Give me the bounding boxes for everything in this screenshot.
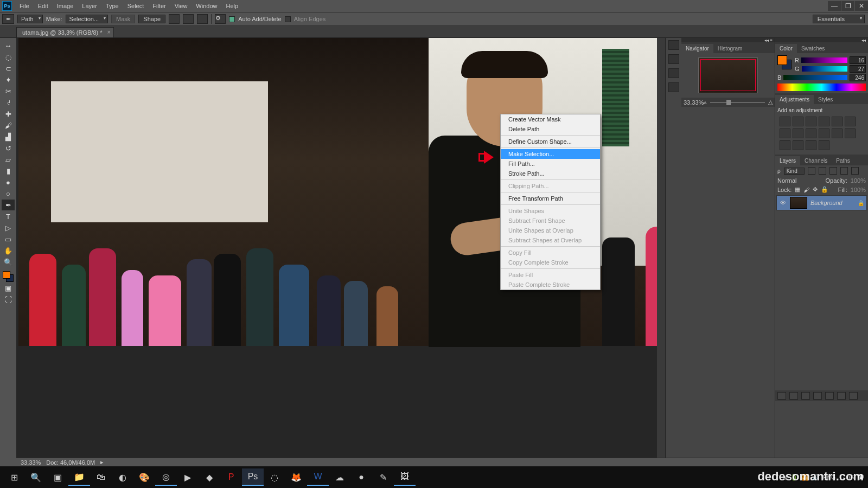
b-slider[interactable] <box>783 75 847 80</box>
photos-icon[interactable]: 🖼 <box>394 468 416 486</box>
adj-invert[interactable] <box>845 129 856 138</box>
app-icon[interactable]: ◌ <box>264 468 285 486</box>
photoshop-icon[interactable]: Ps <box>242 468 264 486</box>
menu-image[interactable]: Image <box>53 3 78 9</box>
tab-paths[interactable]: Paths <box>832 156 854 165</box>
lock-pixel-icon[interactable]: 🖌 <box>803 187 809 193</box>
mask-icon[interactable] <box>801 392 810 400</box>
tab-navigator[interactable]: Navigator <box>681 44 713 53</box>
chrome-icon[interactable]: ◎ <box>155 468 177 486</box>
adj-curves[interactable] <box>806 117 816 126</box>
g-input[interactable] <box>850 65 866 73</box>
gradient-tool[interactable]: ▮ <box>2 165 15 176</box>
eyedropper-tool[interactable]: 𐑒 <box>2 97 15 108</box>
app-icon[interactable]: ◐ <box>112 468 133 486</box>
explorer-icon[interactable]: 📁 <box>68 468 90 486</box>
menu-view[interactable]: View <box>170 3 192 9</box>
opacity-value[interactable]: 100% <box>851 177 866 184</box>
r-input[interactable] <box>850 56 866 64</box>
app-icon[interactable]: ✎ <box>372 468 394 486</box>
make-dropdown[interactable]: Selection... <box>66 15 108 23</box>
adj-brightness[interactable] <box>780 117 790 126</box>
filter-smart-icon[interactable] <box>851 167 859 175</box>
path-arrange-icon[interactable] <box>197 14 208 24</box>
g-slider[interactable] <box>802 66 847 72</box>
panel-icon[interactable] <box>668 82 679 92</box>
document-tab[interactable]: utama.jpg @ 33,3% (RGB/8) * × <box>16 27 114 37</box>
blend-mode-dropdown[interactable]: Normal <box>777 177 822 184</box>
tab-styles[interactable]: Styles <box>814 95 837 104</box>
zoom-out-icon[interactable]: ▵ <box>704 99 707 106</box>
menu-select[interactable]: Select <box>123 3 149 9</box>
word-icon[interactable]: W <box>307 468 329 486</box>
wand-tool[interactable]: ✦ <box>2 74 15 85</box>
pen-tool[interactable]: ✒ <box>2 200 15 210</box>
menu-type[interactable]: Type <box>101 3 123 9</box>
tab-adjustments[interactable]: Adjustments <box>775 95 814 104</box>
visibility-icon[interactable]: 👁 <box>779 200 787 206</box>
path-select-tool[interactable]: ▷ <box>2 222 15 233</box>
video-icon[interactable]: ▶ <box>177 468 199 486</box>
tab-histogram[interactable]: Histogram <box>713 44 747 53</box>
adj-photo[interactable] <box>806 129 816 138</box>
shape-tool[interactable]: ▭ <box>2 234 15 245</box>
mask-button[interactable]: Mask <box>111 15 135 23</box>
tab-swatches[interactable]: Swatches <box>797 44 829 53</box>
minimize-button[interactable]: — <box>828 1 841 11</box>
r-slider[interactable] <box>801 57 847 63</box>
group-icon[interactable] <box>825 392 834 400</box>
screenmode-toggle[interactable]: ⛶ <box>2 294 15 305</box>
status-arrow-icon[interactable]: ▸ <box>100 459 104 466</box>
lock-trans-icon[interactable]: ▦ <box>795 186 800 193</box>
link-layers-icon[interactable] <box>777 392 786 400</box>
dock-collapse[interactable]: ◂◂ <box>775 38 868 42</box>
menu-filter[interactable]: Filter <box>148 3 170 9</box>
tab-channels[interactable]: Channels <box>800 156 832 165</box>
adj-poster[interactable] <box>780 140 790 150</box>
navigator-zoom-slider[interactable] <box>710 102 765 103</box>
vertical-scrollbar[interactable] <box>657 38 665 458</box>
start-button[interactable]: ⊞ <box>3 468 25 486</box>
type-tool[interactable]: T <box>2 211 15 222</box>
firefox-icon[interactable]: 🦊 <box>285 468 307 486</box>
ctx-item[interactable]: Free Transform Path <box>501 194 600 203</box>
shape-button[interactable]: Shape <box>138 15 165 23</box>
zoom-tool[interactable]: 🔍 <box>2 256 15 267</box>
adj-hue[interactable] <box>845 117 856 126</box>
adj-exposure[interactable] <box>819 117 829 126</box>
stamp-tool[interactable]: ▟ <box>2 131 15 142</box>
restore-button[interactable]: ❐ <box>841 1 854 11</box>
navigator-thumbnail[interactable] <box>698 57 758 93</box>
adj-levels[interactable] <box>793 117 803 126</box>
menu-layer[interactable]: Layer <box>78 3 101 9</box>
adj-gradmap[interactable] <box>806 140 816 150</box>
dodge-tool[interactable]: ○ <box>2 188 15 199</box>
ctx-item[interactable]: Stroke Path... <box>501 169 600 178</box>
workspace-switcher[interactable]: Essentials <box>813 15 865 23</box>
app-icon[interactable]: ● <box>350 468 372 486</box>
adj-mixer[interactable] <box>819 129 829 138</box>
ctx-item[interactable]: Fill Path... <box>501 159 600 169</box>
app-icon[interactable]: P <box>220 468 242 486</box>
lasso-tool[interactable]: ⊂ <box>2 63 15 74</box>
b-input[interactable] <box>850 74 866 81</box>
adj-selcolor[interactable] <box>819 140 829 150</box>
store-icon[interactable]: 🛍 <box>90 468 112 486</box>
menu-file[interactable]: File <box>15 3 34 9</box>
pen-tool-icon[interactable]: ✒ <box>2 14 14 24</box>
color-swatch[interactable] <box>3 271 14 282</box>
new-fill-icon[interactable] <box>813 392 822 400</box>
marquee-tool[interactable]: ◌ <box>2 52 15 62</box>
tab-color[interactable]: Color <box>775 44 797 53</box>
layer-row-background[interactable]: 👁 Background 🔒 <box>776 195 867 210</box>
move-tool[interactable]: ↔ <box>2 40 15 51</box>
menu-edit[interactable]: Edit <box>34 3 53 9</box>
close-button[interactable]: ✕ <box>855 1 868 11</box>
ctx-item[interactable]: Define Custom Shape... <box>501 137 600 146</box>
menu-help[interactable]: Help <box>221 3 242 9</box>
search-icon[interactable]: 🔍 <box>25 468 47 486</box>
close-tab-icon[interactable]: × <box>107 29 111 35</box>
fill-value[interactable]: 100% <box>851 187 866 193</box>
app-icon[interactable]: ☁ <box>329 468 350 486</box>
paint-icon[interactable]: 🎨 <box>133 468 155 486</box>
